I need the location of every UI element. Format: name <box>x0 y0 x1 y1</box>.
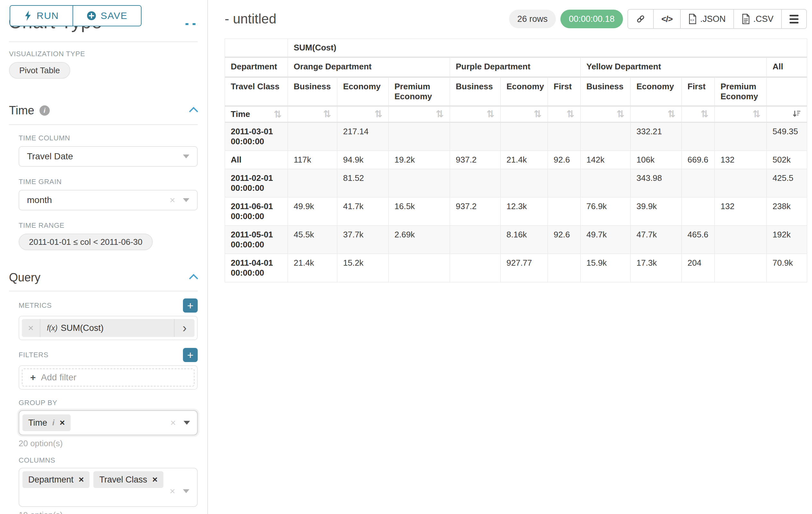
export-csv-button[interactable]: .CSV <box>733 10 781 28</box>
columns-chip-travel-class[interactable]: Travel Class × <box>93 471 163 488</box>
row-label-line: 2011-02-01 <box>231 173 282 183</box>
expand-metric-chevron-icon[interactable]: › <box>174 319 195 337</box>
plus-icon: + <box>30 372 36 383</box>
export-button-group: </> <> .JSON <box>628 9 807 29</box>
sort-wrap: ⇅ <box>688 109 709 119</box>
group-by-chip-time[interactable]: Time i × <box>23 414 70 431</box>
sort-icon[interactable]: ⇅ <box>274 110 282 119</box>
travel-class-header: First <box>682 78 715 107</box>
time-column-select[interactable]: Travel Date <box>19 146 198 167</box>
pivot-cell <box>715 254 767 282</box>
sort-icon[interactable]: ⇅ <box>534 109 542 119</box>
view-query-button[interactable]: </> <box>653 10 680 28</box>
columns-option-count: 19 option(s) <box>19 510 198 514</box>
export-json-label: .JSON <box>700 14 726 24</box>
time-grain-select[interactable]: month × <box>19 190 198 210</box>
pivot-table: SUM(Cost)DepartmentOrange DepartmentPurp… <box>225 38 807 282</box>
clear-icon[interactable]: × <box>170 418 176 428</box>
column-sort-header: ⇅ <box>337 107 389 123</box>
row-label-line: 2011-06-01 <box>231 201 282 211</box>
add-metric-button[interactable]: + <box>183 298 198 313</box>
divider <box>9 291 198 291</box>
lightning-bolt-icon <box>24 10 32 21</box>
sort-icon[interactable]: ⇅ <box>487 109 495 119</box>
chip-label: Department <box>28 475 74 485</box>
save-button[interactable]: SAVE <box>72 6 141 26</box>
sort-icon[interactable]: ⇅ <box>436 109 444 119</box>
sort-icon[interactable]: ⇅ <box>701 109 709 119</box>
pivot-cell <box>450 123 501 151</box>
sort-icon[interactable]: ⇅ <box>567 109 575 119</box>
chip-label: Travel Class <box>99 475 147 485</box>
remove-metric-icon[interactable]: × <box>22 319 40 337</box>
sort-wrap: ⇅ <box>294 109 331 119</box>
chip-remove-icon[interactable]: × <box>79 475 84 485</box>
sort-icon[interactable]: ⇅ <box>323 109 331 119</box>
columns-chip-department[interactable]: Department × <box>23 471 90 488</box>
share-link-button[interactable] <box>628 10 653 28</box>
time-grain-label: TIME GRAIN <box>19 178 198 186</box>
group-by-select[interactable]: Time i × × <box>19 410 198 435</box>
pivot-cell: 117k <box>288 151 337 169</box>
clipped-icon <box>193 23 196 25</box>
sort-wrap: ⇅ <box>506 109 542 119</box>
time-label: Time <box>231 109 250 119</box>
pivot-cell: 15.2k <box>337 254 389 282</box>
chip-remove-icon[interactable]: × <box>60 417 65 428</box>
pivot-cell <box>548 169 581 197</box>
column-sort-header: ⇅ <box>389 107 450 123</box>
time-range-pill[interactable]: 2011-01-01 ≤ col < 2011-06-30 <box>19 234 153 250</box>
row-label-line: All <box>231 155 282 165</box>
pivot-cell <box>581 169 631 197</box>
control-panel: Chart Type RUN SAVE VISUALIZATION TYPE <box>0 0 208 514</box>
pivot-cell <box>501 169 548 197</box>
metrics-container: × f(x) SUM(Cost) › <box>19 316 198 340</box>
pivot-cell: 19.2k <box>389 151 450 169</box>
add-filter-plus-button[interactable]: + <box>183 348 198 362</box>
pivot-cell: 502k <box>767 151 807 169</box>
menu-button[interactable] <box>781 10 806 28</box>
travel-class-header: Premium Economy <box>389 78 450 107</box>
column-sort-header: ⇅ <box>682 107 715 123</box>
pivot-cell <box>548 197 581 226</box>
pivot-header-row-metric: SUM(Cost) <box>225 38 807 58</box>
chip-remove-icon[interactable]: × <box>152 475 157 485</box>
sort-icon[interactable]: ⇅ <box>375 109 383 119</box>
clear-icon[interactable]: × <box>170 486 175 496</box>
pivot-cell: 41.7k <box>337 197 389 226</box>
metric-pill[interactable]: × f(x) SUM(Cost) › <box>22 319 195 337</box>
export-json-button[interactable]: <> .JSON <box>680 10 733 28</box>
column-sort-header: ⇅ <box>288 107 337 123</box>
sort-icon[interactable]: ⇅ <box>753 109 761 119</box>
pivot-cell <box>389 123 450 151</box>
column-sort-header: ⇅ <box>501 107 548 123</box>
visualization-type-pill[interactable]: Pivot Table <box>9 62 70 79</box>
sort-icon[interactable]: ⇅ <box>668 109 675 119</box>
pivot-cell <box>682 169 715 197</box>
sort-desc-active-icon[interactable] <box>792 109 801 118</box>
link-icon <box>636 14 645 24</box>
pivot-cell: 12.3k <box>501 197 548 226</box>
clear-icon[interactable]: × <box>170 195 175 205</box>
info-icon[interactable]: i <box>39 105 50 116</box>
pivot-cell <box>450 254 501 282</box>
chip-info-icon[interactable]: i <box>52 418 55 427</box>
sort-wrap: ⇅ <box>636 109 675 119</box>
add-filter-button[interactable]: + Add filter <box>22 369 195 386</box>
run-button[interactable]: RUN <box>10 6 72 26</box>
time-column-value: Travel Date <box>27 151 73 162</box>
time-grain-value: month <box>27 195 52 205</box>
filters-label: FILTERS <box>19 351 49 359</box>
collapse-chevron-icon[interactable] <box>189 107 198 116</box>
time-sort-inner: Time⇅ <box>231 109 282 119</box>
row-label: 2011-04-0100:00:00 <box>225 254 288 282</box>
chart-title[interactable]: - untitled <box>225 11 276 27</box>
pivot-cell: 45.5k <box>288 226 337 254</box>
column-sort-header: ⇅ <box>450 107 501 123</box>
divider <box>9 124 198 125</box>
pivot-cell <box>682 197 715 226</box>
collapse-chevron-icon[interactable] <box>189 274 198 283</box>
columns-select[interactable]: Department × Travel Class × × <box>19 468 198 507</box>
pivot-cell <box>501 123 548 151</box>
sort-icon[interactable]: ⇅ <box>616 109 625 119</box>
